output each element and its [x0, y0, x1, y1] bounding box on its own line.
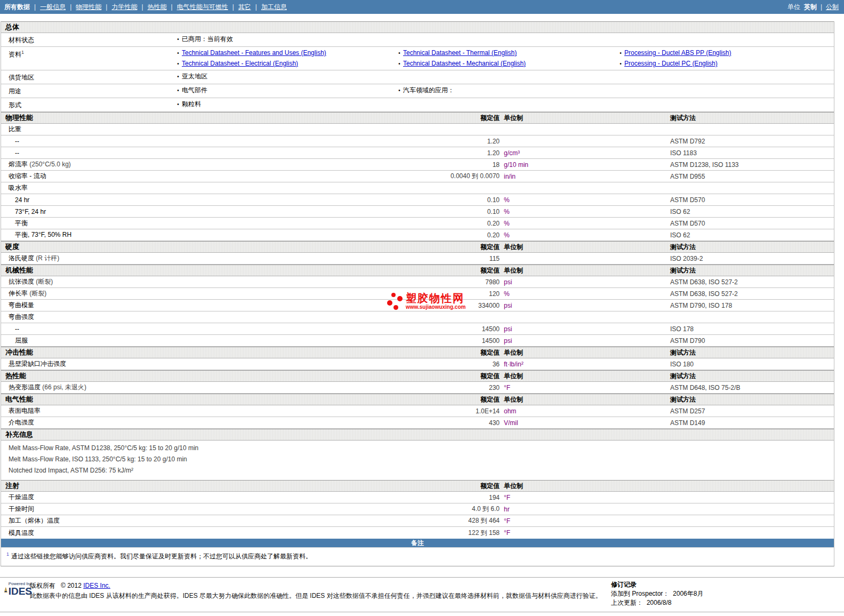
- nav-separator: |: [232, 3, 234, 11]
- property-row: 屈服14500psiASTM D790: [1, 335, 834, 347]
- rated-value: 428 到 464: [374, 516, 500, 525]
- property-condition: (断裂): [29, 290, 46, 297]
- property-row: 热变形温度 (66 psi, 未退火)230°FASTM D648, ISO 7…: [1, 382, 834, 394]
- notes-bar: 备注: [1, 539, 834, 547]
- supplemental-block: Melt Mass-Flow Rate, ASTM D1238, 250°C/5…: [1, 441, 834, 480]
- list-item: •已商用：当前有效: [174, 35, 396, 44]
- property-condition: (250°C/5.0 kg): [29, 161, 71, 168]
- column-header-unit: 单位制: [500, 266, 670, 275]
- unit-separator: |: [821, 3, 822, 11]
- property-name: 表面电阻率: [9, 407, 41, 414]
- column-header-method: 测试方法: [670, 114, 834, 123]
- column-header-value: 额定值: [374, 348, 500, 357]
- unit-metric-link[interactable]: 公制: [826, 3, 839, 12]
- nav-item-current: 所有数据: [4, 3, 30, 12]
- nav-link-7[interactable]: 加工信息: [261, 3, 287, 12]
- column-header-method: 测试方法: [670, 348, 834, 357]
- general-label-text: 形式: [9, 101, 21, 109]
- ides-logo: Powered by IDES: [4, 581, 32, 597]
- nav-link-5[interactable]: 电气性能与可燃性: [177, 3, 228, 12]
- datasheet-link[interactable]: Technical Datasheet - Mechanical (Englis…: [403, 59, 526, 68]
- datasheet-link[interactable]: Processing - Ductel PC (English): [624, 59, 718, 68]
- general-rows: 材料状态•已商用：当前有效资料1•Technical Datasheet - F…: [1, 33, 834, 112]
- property-label: 24 hr: [1, 196, 374, 204]
- copyright-label: 版权所有: [30, 582, 55, 589]
- nav-link-1[interactable]: 一般信息: [40, 3, 66, 12]
- test-method: ASTM D570: [670, 220, 834, 227]
- property-row: --1.20ASTM D792: [1, 135, 834, 147]
- datasheet-link[interactable]: Technical Datasheet - Thermal (English): [403, 49, 517, 58]
- property-label: 干燥时间: [1, 505, 374, 514]
- nav-separator: |: [171, 3, 173, 11]
- nav-link-2[interactable]: 物理性能: [76, 3, 101, 12]
- unit-value: ohm: [500, 407, 670, 415]
- bullet-icon: •: [396, 49, 403, 58]
- general-row-col1: •亚太地区: [174, 72, 396, 81]
- nav-separator: |: [34, 3, 36, 11]
- test-method: ISO 180: [670, 361, 834, 368]
- datasheet-link[interactable]: Processing - Ductel ABS PP (English): [624, 49, 732, 58]
- datasheet-link[interactable]: Technical Datasheet - Features and Uses …: [182, 49, 326, 58]
- test-method: ASTM D149: [670, 419, 834, 427]
- column-header-value: 额定值: [374, 482, 500, 491]
- rated-value: 14500: [374, 325, 500, 333]
- general-row-label: 用途: [1, 86, 174, 96]
- section-header: 硬度额定值单位制测试方法: [1, 241, 834, 253]
- unit-value: V/mil: [500, 419, 670, 427]
- column-header-value: 额定值: [374, 243, 500, 252]
- nav-link-4[interactable]: 热性能: [148, 3, 167, 12]
- list-item-text: 电气部件: [182, 86, 207, 95]
- property-sections: 物理性能额定值单位制测试方法比重--1.20ASTM D792--1.20g/c…: [1, 112, 834, 539]
- unit-value: psi: [500, 302, 670, 309]
- property-label: 熔流率 (250°C/5.0 kg): [1, 160, 374, 169]
- rated-value: 18: [374, 161, 500, 169]
- property-row: 平衡0.20%ASTM D570: [1, 218, 834, 229]
- property-name: 干燥时间: [9, 505, 34, 513]
- ad-row: <广告>: [0, 612, 844, 616]
- general-row-col1: •颗粒料: [174, 100, 396, 109]
- section-header: 注射额定值单位制: [1, 480, 834, 492]
- property-name: 收缩率 - 流动: [9, 172, 46, 180]
- revision-updated: 上次更新： 2006/8/8: [611, 598, 703, 607]
- property-row: 悬壁梁缺口冲击强度36ft·lb/in²ISO 180: [1, 358, 834, 370]
- footnote-marker: 1: [6, 551, 9, 557]
- property-name: 弯曲模量: [9, 301, 34, 309]
- unit-value: °F: [500, 494, 670, 501]
- general-label-text: 用途: [9, 87, 21, 95]
- property-name: 抗张强度: [9, 278, 34, 285]
- footnote-ref: 1: [21, 50, 24, 55]
- column-header-unit: 单位制: [500, 348, 670, 357]
- nav-separator: |: [70, 3, 71, 11]
- unit-value: %: [500, 290, 670, 298]
- property-row: 弯曲模量334000psiASTM D790, ISO 178: [1, 300, 834, 311]
- list-item: •Technical Datasheet - Mechanical (Engli…: [396, 59, 617, 68]
- unit-value: hr: [500, 506, 670, 513]
- property-label: --: [1, 325, 374, 333]
- property-row: 干燥时间4.0 到 6.0hr: [1, 503, 834, 515]
- nav-link-3[interactable]: 力学性能: [111, 3, 137, 12]
- revision-added: 添加到 Prospector： 2006年8月: [611, 589, 703, 598]
- nav-link-6[interactable]: 其它: [238, 3, 251, 12]
- property-label: 平衡: [1, 219, 374, 228]
- rated-value: 430: [374, 419, 500, 427]
- rated-value: 7980: [374, 278, 500, 286]
- bullet-icon: •: [174, 49, 182, 58]
- property-condition: (66 psi, 未退火): [42, 383, 86, 391]
- unit-value: °F: [500, 529, 670, 537]
- datasheet-link[interactable]: Technical Datasheet - Electrical (Englis…: [182, 59, 298, 68]
- property-label: 比重: [1, 125, 374, 134]
- property-label: 抗张强度 (断裂): [1, 277, 374, 286]
- company-link[interactable]: IDES Inc.: [83, 582, 110, 589]
- units-label: 单位: [787, 3, 800, 12]
- unit-value: psi: [500, 278, 670, 286]
- property-label: 干燥温度: [1, 493, 374, 502]
- property-name: --: [15, 138, 19, 145]
- property-label: 收缩率 - 流动: [1, 172, 374, 181]
- nav-menu: 所有数据|一般信息|物理性能|力学性能|热性能|电气性能与可燃性|其它|加工信息: [4, 3, 287, 12]
- unit-value: %: [500, 231, 670, 239]
- property-row: 干燥温度194°F: [1, 492, 834, 503]
- nav-separator: |: [106, 3, 107, 11]
- section-title: 机械性能: [1, 266, 374, 275]
- property-name: 平衡: [15, 219, 28, 227]
- bullet-icon: •: [174, 59, 182, 68]
